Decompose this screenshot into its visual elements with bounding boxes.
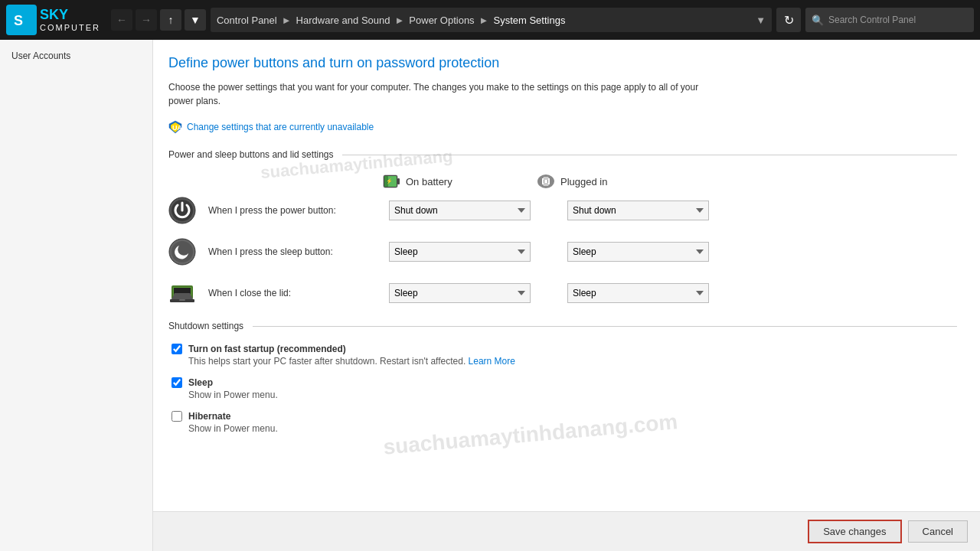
breadcrumb-sep-1: ►	[282, 15, 292, 26]
section-power-label: Power and sleep buttons and lid settings	[168, 149, 333, 160]
sleep-desc: Show in Power menu.	[172, 390, 957, 400]
lid-close-label: When I close the lid:	[208, 288, 377, 298]
search-icon: 🔍	[812, 15, 824, 26]
shield-icon: UAC	[168, 120, 182, 134]
forward-button[interactable]: →	[136, 9, 157, 31]
logo-computer-label: COMPUTER	[40, 23, 100, 32]
battery-column-label: On battery	[406, 176, 452, 187]
logo-icon: S	[6, 5, 37, 35]
content-area: suachuamaytinhdanang suachuamaytinhdanan…	[153, 40, 980, 551]
fast-startup-label[interactable]: Turn on fast startup (recommended)	[188, 344, 346, 354]
shutdown-section-header: Shutdown settings	[168, 321, 957, 331]
save-changes-button[interactable]: Save changes	[808, 520, 901, 543]
up-button[interactable]: ↑	[160, 9, 181, 31]
titlebar: S SKY COMPUTER ← → ↑ ▼ Control Panel ► H…	[0, 0, 980, 40]
svg-rect-6	[397, 178, 400, 184]
sleep-header: Sleep	[172, 377, 957, 388]
search-input[interactable]	[828, 15, 959, 25]
learn-more-link[interactable]: Learn More	[469, 356, 515, 367]
fast-startup-header: Turn on fast startup (recommended)	[172, 344, 957, 354]
history-button[interactable]: ▼	[185, 9, 206, 31]
power-button-battery-select[interactable]: Shut down Do nothing Sleep Hibernate Tur…	[389, 201, 531, 220]
lid-close-battery-select[interactable]: Sleep Do nothing Hibernate Shut down Tur…	[389, 283, 531, 303]
battery-icon: ⚡	[383, 172, 401, 191]
logo-text: SKY COMPUTER	[40, 8, 100, 32]
change-settings-row: UAC Change settings that are currently u…	[168, 120, 957, 134]
section-power-header: Power and sleep buttons and lid settings	[168, 149, 957, 160]
sleep-button-plugged-select[interactable]: Sleep Do nothing Hibernate Shut down Tur…	[567, 242, 709, 262]
power-button-icon	[168, 197, 196, 224]
breadcrumb-control-panel[interactable]: Control Panel	[217, 15, 277, 26]
logo-sky-label: SKY	[40, 8, 100, 23]
shutdown-section: Shutdown settings Turn on fast startup (…	[168, 321, 957, 434]
sidebar-item-user-accounts[interactable]: User Accounts	[0, 46, 152, 66]
battery-column-header: ⚡ On battery	[383, 172, 536, 191]
page-title: Define power buttons and turn on passwor…	[168, 55, 957, 71]
hibernate-label[interactable]: Hibernate	[188, 411, 230, 422]
lid-close-row: When I close the lid: Sleep Do nothing H…	[168, 279, 957, 307]
change-settings-link[interactable]: Change settings that are currently unava…	[187, 122, 374, 132]
svg-text:S: S	[14, 13, 23, 28]
plugged-column-header: Plugged in	[536, 173, 689, 190]
power-columns-header: ⚡ On battery Plugged in	[168, 172, 957, 191]
sidebar: User Accounts	[0, 40, 153, 551]
shutdown-item-fast-startup: Turn on fast startup (recommended) This …	[168, 344, 957, 367]
nav-controls: ← → ↑ ▼	[111, 9, 206, 31]
sleep-button-label: When I press the sleep button:	[208, 246, 377, 257]
sleep-button-icon	[168, 238, 196, 266]
fast-startup-desc: This helps start your PC faster after sh…	[172, 356, 957, 367]
shutdown-section-label: Shutdown settings	[168, 321, 243, 331]
hibernate-desc: Show in Power menu.	[172, 423, 957, 434]
sleep-checkbox[interactable]	[172, 377, 182, 388]
svg-rect-23	[179, 299, 185, 301]
main-layout: User Accounts suachuamaytinhdanang suach…	[0, 40, 980, 551]
footer: Save changes Cancel	[153, 511, 980, 551]
plugged-column-label: Plugged in	[560, 176, 607, 187]
section-divider-2	[253, 326, 957, 327]
section-divider-1	[342, 155, 957, 155]
svg-text:⚡: ⚡	[386, 178, 393, 184]
breadcrumb-sep-3: ►	[479, 15, 489, 26]
logo: S SKY COMPUTER	[6, 5, 100, 35]
lid-close-icon	[168, 279, 196, 307]
breadcrumb-dropdown-icon[interactable]: ▼	[756, 15, 766, 26]
search-bar: 🔍	[805, 8, 974, 32]
power-button-label: When I press the power button:	[208, 205, 377, 216]
lid-close-plugged-select[interactable]: Sleep Do nothing Hibernate Shut down Tur…	[567, 283, 709, 303]
shutdown-item-hibernate: Hibernate Show in Power menu.	[168, 411, 957, 434]
plugged-icon	[536, 173, 556, 190]
svg-rect-13	[544, 180, 547, 183]
breadcrumb-sep-2: ►	[394, 15, 404, 26]
breadcrumb-bar: Control Panel ► Hardware and Sound ► Pow…	[211, 8, 772, 32]
fast-startup-checkbox[interactable]	[172, 344, 182, 354]
svg-text:UAC: UAC	[172, 124, 182, 132]
power-button-row: When I press the power button: Shut down…	[168, 197, 957, 224]
sleep-button-row: When I press the sleep button: Sleep Do …	[168, 238, 957, 266]
breadcrumb-power-options[interactable]: Power Options	[409, 15, 474, 26]
back-button[interactable]: ←	[111, 9, 132, 31]
cancel-button[interactable]: Cancel	[908, 520, 968, 543]
breadcrumb-hardware[interactable]: Hardware and Sound	[296, 15, 390, 26]
power-button-plugged-select[interactable]: Shut down Do nothing Sleep Hibernate Tur…	[567, 201, 709, 220]
sleep-button-battery-select[interactable]: Sleep Do nothing Hibernate Shut down Tur…	[389, 242, 531, 262]
breadcrumb-system-settings: System Settings	[493, 15, 565, 26]
hibernate-checkbox[interactable]	[172, 411, 182, 422]
hibernate-header: Hibernate	[172, 411, 957, 422]
sleep-label[interactable]: Sleep	[188, 377, 213, 388]
refresh-button[interactable]: ↻	[776, 8, 801, 32]
shutdown-item-sleep: Sleep Show in Power menu.	[168, 377, 957, 400]
page-description: Choose the power settings that you want …	[168, 80, 704, 108]
